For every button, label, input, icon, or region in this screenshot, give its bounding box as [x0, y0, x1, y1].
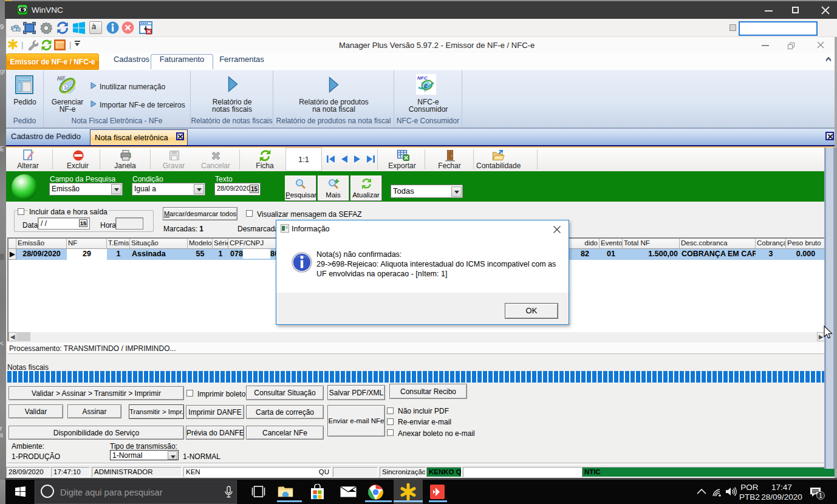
svg-text:NF: NF: [57, 75, 65, 81]
svg-text:NFC: NFC: [417, 75, 428, 81]
svg-text:e: e: [424, 81, 428, 90]
